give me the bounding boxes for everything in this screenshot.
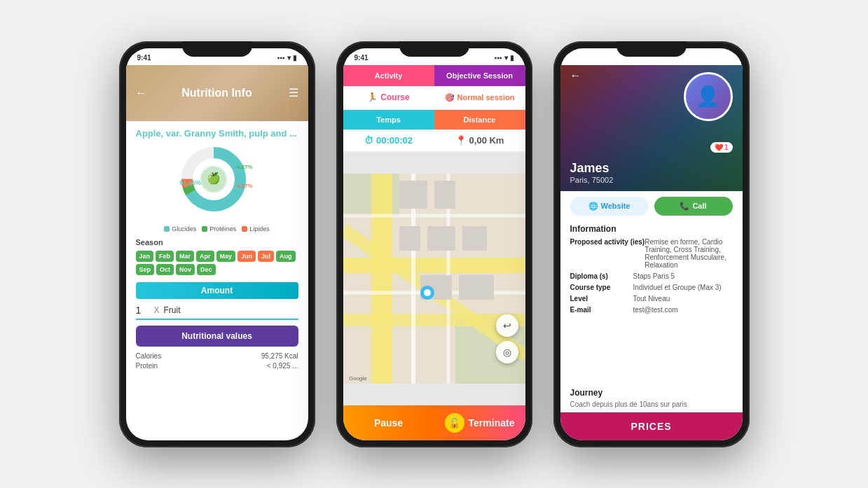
- proposed-key: Proposed activity (ies): [570, 238, 645, 269]
- amount-input-row: 1 X Fruit: [136, 305, 298, 320]
- glucides-label: Glucides: [172, 225, 196, 232]
- signal-icon-2: ▪▪▪: [495, 54, 502, 62]
- email-key: E-mail: [570, 306, 633, 314]
- amount-number: 1: [136, 305, 150, 316]
- phone-nutrition: 9:41 ▪▪▪ ▾ ▮ ← Nutrition Info ☰ Apple, v…: [119, 41, 315, 447]
- month-jul[interactable]: Jul: [258, 251, 274, 262]
- stat-temps: Temps: [343, 110, 434, 130]
- svg-rect-24: [459, 275, 494, 300]
- lipides-dot: [242, 226, 247, 232]
- month-dec[interactable]: Dec: [197, 264, 216, 275]
- svg-rect-10: [371, 174, 392, 384]
- nutritional-values-btn[interactable]: Nutritional values: [136, 326, 298, 347]
- month-apr[interactable]: Apr: [196, 251, 214, 262]
- map-area: Google ↩ ◎: [343, 152, 525, 405]
- month-sep[interactable]: Sep: [136, 264, 155, 275]
- svg-rect-20: [399, 226, 420, 251]
- phone1-content: ← Nutrition Info ☰ Apple, var. Granny Sm…: [126, 65, 308, 440]
- course-label: Course: [380, 92, 409, 102]
- month-mar[interactable]: Mar: [176, 251, 194, 262]
- svg-rect-22: [462, 226, 487, 251]
- amount-bar: Amount: [136, 282, 298, 299]
- protein-row: Protein < 0,925 ...: [136, 362, 298, 370]
- notch-3: [616, 41, 687, 57]
- hero-back-btn[interactable]: ←: [570, 69, 581, 82]
- back-arrow-1[interactable]: ←: [136, 87, 147, 99]
- website-icon: 🌐: [588, 202, 598, 211]
- wifi-icon-1: ▾: [287, 54, 291, 62]
- map-controls: ↩ ◎: [496, 314, 518, 363]
- amount-unit: Fruit: [164, 305, 181, 315]
- locate-btn[interactable]: ◎: [496, 341, 518, 363]
- wifi-icon-3: ▾: [722, 54, 725, 62]
- amount-x: X: [154, 305, 160, 315]
- food-title: Apple, var. Granny Smith, pulp and ...: [136, 128, 298, 139]
- phones-container: 9:41 ▪▪▪ ▾ ▮ ← Nutrition Info ☰ Apple, v…: [105, 27, 764, 461]
- notch-1: [182, 41, 252, 57]
- time-2: 9:41: [354, 54, 368, 62]
- phone-inner-1: 9:41 ▪▪▪ ▾ ▮ ← Nutrition Info ☰ Apple, v…: [126, 48, 308, 440]
- svg-rect-18: [399, 181, 427, 209]
- protein-value: < 0,925 ...: [267, 362, 298, 370]
- website-label: Website: [601, 202, 631, 210]
- proposed-val: Remise en forme, Cardio Training, Cross …: [645, 238, 732, 269]
- month-feb[interactable]: Feb: [156, 251, 174, 262]
- call-btn[interactable]: 📞 Call: [654, 197, 733, 216]
- pause-btn[interactable]: Pause: [343, 405, 434, 440]
- normal-cell: 🎯 Normal session: [434, 86, 525, 109]
- info-row-proposed: Proposed activity (ies) Remise en forme,…: [570, 238, 733, 269]
- profile-hero: ← 👤 ❤️ 1 James Paris, 75002: [560, 65, 743, 191]
- signal-icon-3: ▪▪▪: [712, 54, 719, 62]
- status-icons-1: ▪▪▪ ▾ ▮: [277, 54, 297, 62]
- svg-rect-11: [343, 258, 525, 273]
- phone-inner-2: 9:41 ▪▪▪ ▾ ▮ Activity Objective Session …: [343, 48, 525, 440]
- month-jan[interactable]: Jan: [136, 251, 154, 262]
- svg-text:Google: Google: [349, 375, 367, 382]
- legend-lipides: Lipides: [242, 225, 270, 232]
- battery-icon-3: ▮: [727, 54, 731, 62]
- phone1-body: Apple, var. Granny Smith, pulp and ...: [126, 121, 308, 440]
- rotate-btn[interactable]: ↩: [496, 314, 518, 337]
- dist-cell: 📍 0,00 Km: [434, 130, 525, 151]
- header-title-1: Nutrition Info: [181, 87, 252, 99]
- phone2-content: Activity Objective Session 🏃 Course 🎯 No…: [343, 65, 525, 440]
- terminate-btn[interactable]: 🔓 Terminate: [434, 405, 525, 440]
- menu-icon-1[interactable]: ☰: [289, 86, 298, 99]
- month-jun[interactable]: Jun: [237, 251, 256, 262]
- prices-btn[interactable]: PRICES: [560, 412, 743, 440]
- svg-text:🍏: 🍏: [207, 172, 221, 185]
- calories-label: Calories: [136, 352, 162, 360]
- heart-badge[interactable]: ❤️ 1: [710, 142, 733, 153]
- info-title: Information: [570, 224, 733, 234]
- proteines-dot: [202, 226, 207, 232]
- hero-location: Paris, 75002: [570, 176, 614, 184]
- tab-activity[interactable]: Activity: [343, 65, 434, 86]
- chart-legend: Glucides Protéines Lipides: [136, 225, 298, 232]
- svg-point-26: [424, 289, 431, 296]
- protein-label: Protein: [136, 362, 158, 370]
- month-may[interactable]: May: [216, 251, 236, 262]
- info-row-course-type: Course type Individuel et Groupe (Max 3): [570, 284, 733, 291]
- month-oct[interactable]: Oct: [156, 264, 174, 275]
- journey-text: Coach depuis plus de 10ans sur paris: [570, 400, 733, 408]
- website-btn[interactable]: 🌐 Website: [570, 197, 649, 216]
- tab-objective[interactable]: Objective Session: [434, 65, 525, 86]
- month-nov[interactable]: Nov: [176, 264, 195, 275]
- notch-2: [399, 41, 469, 57]
- stat-distance: Distance: [434, 110, 525, 130]
- wifi-icon-2: ▾: [504, 54, 508, 62]
- season-section-label: Season: [136, 238, 298, 246]
- level-key: Level: [570, 295, 633, 302]
- hero-content: James Paris, 75002: [570, 161, 614, 184]
- heart-count: 1: [724, 144, 729, 151]
- info-row-level: Level Tout Niveau: [570, 295, 733, 302]
- journey-section: Journey Coach depuis plus de 10ans sur p…: [560, 385, 743, 412]
- pct-label-glucides: 91,45%: [180, 179, 202, 186]
- level-val: Tout Niveau: [633, 295, 733, 302]
- map-svg: Google: [343, 152, 525, 405]
- hero-name: James: [570, 161, 614, 176]
- normal-icon: 🎯: [445, 93, 455, 102]
- call-icon: 📞: [680, 202, 689, 211]
- bottom-buttons: Pause 🔓 Terminate: [343, 405, 525, 440]
- month-aug[interactable]: Aug: [276, 251, 296, 262]
